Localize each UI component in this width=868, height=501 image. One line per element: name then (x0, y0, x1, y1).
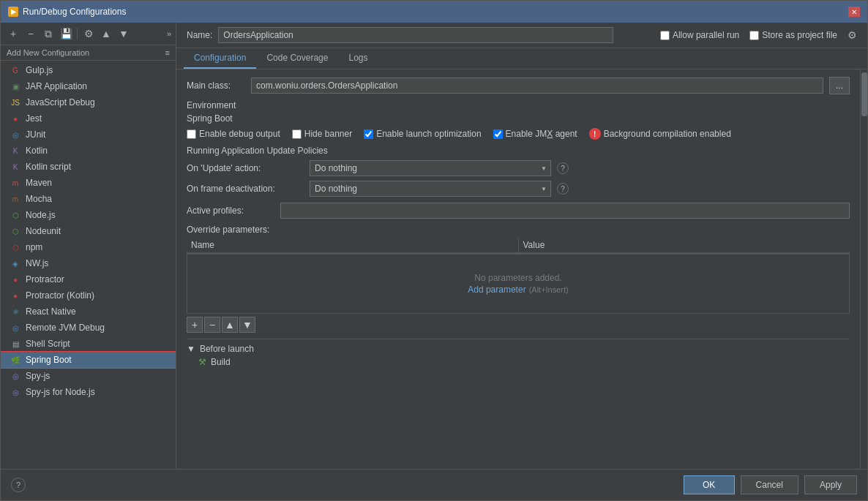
copy-config-btn[interactable]: ⧉ (40, 26, 56, 42)
toolbar-sep-1 (77, 28, 78, 39)
sidebar-item-nodejs[interactable]: ⬡ Node.js (1, 207, 176, 223)
sidebar-item-spring-boot[interactable]: 🌿 Spring Boot (1, 352, 176, 368)
params-down-btn[interactable]: ▼ (239, 317, 255, 333)
main-class-browse-btn[interactable]: ... (829, 77, 850, 94)
params-table: No parameters added. Add parameter (Alt+… (187, 254, 850, 314)
on-update-help-icon[interactable]: ? (557, 162, 569, 174)
enable-debug-checkbox[interactable] (187, 129, 196, 139)
sidebar-item-maven[interactable]: m Maven (1, 175, 176, 191)
params-remove-btn[interactable]: − (204, 317, 220, 333)
more-btn[interactable]: » (167, 29, 171, 38)
sidebar-item-protractor[interactable]: ● Protractor (1, 271, 176, 287)
sidebar-item-label: Spring Boot (26, 355, 72, 365)
before-launch-header[interactable]: ▼ Before launch (187, 344, 850, 354)
help-button[interactable]: ? (11, 478, 26, 492)
sidebar-item-nwjs[interactable]: ◈ NW.js (1, 255, 176, 271)
apply-button[interactable]: Apply (804, 475, 857, 494)
sidebar-item-spyjs[interactable]: ◎ Spy-js (1, 368, 176, 384)
warning-icon: ! (589, 128, 601, 140)
profiles-input[interactable] (280, 203, 850, 219)
bottom-left: ? (11, 478, 26, 492)
cancel-button[interactable]: Cancel (741, 475, 798, 494)
sidebar-item-label: Kotlin (26, 146, 48, 156)
save-config-btn[interactable]: 💾 (58, 26, 74, 42)
right-scrollbar[interactable] (860, 69, 867, 469)
sidebar-item-npm[interactable]: ⬡ npm (1, 239, 176, 255)
tab-logs[interactable]: Logs (338, 48, 378, 69)
sidebar-item-kotlin-script[interactable]: K Kotlin script (1, 159, 176, 175)
on-update-label: On 'Update' action: (187, 163, 304, 173)
sidebar-item-gulpjs[interactable]: G Gulp.js (1, 62, 176, 78)
npm-icon: ⬡ (10, 241, 21, 253)
protractor-icon: ● (10, 274, 21, 285)
remote-jvm-icon: ◎ (10, 322, 21, 334)
main-class-input[interactable] (251, 78, 823, 94)
close-button[interactable]: ✕ (848, 7, 860, 17)
sidebar-item-jest[interactable]: ● Jest (1, 110, 176, 127)
sidebar-item-junit[interactable]: ◎ JUnit (1, 127, 176, 143)
sidebar-item-shell[interactable]: ▤ Shell Script (1, 336, 176, 352)
sidebar-list: G Gulp.js ▣ JAR Application JS JavaScrip… (1, 61, 176, 469)
tab-code-coverage[interactable]: Code Coverage (256, 48, 338, 69)
params-toolbar: + − ▲ ▼ (187, 317, 850, 333)
enable-launch-checkbox[interactable] (364, 129, 373, 139)
sidebar-item-kotlin[interactable]: K Kotlin (1, 143, 176, 159)
sidebar-item-js-debug[interactable]: JS JavaScript Debug (1, 94, 176, 110)
params-name-header: Name (187, 238, 519, 253)
params-add-btn[interactable]: + (187, 317, 203, 333)
allow-parallel-row: Allow parallel run (660, 30, 739, 40)
params-up-btn[interactable]: ▲ (222, 317, 238, 333)
sidebar-item-remote-jvm[interactable]: ◎ Remote JVM Debug (1, 320, 176, 336)
sidebar-item-react-native[interactable]: ⚛ React Native (1, 304, 176, 320)
sidebar-item-label: Protractor (26, 274, 64, 285)
hide-banner-option: Hide banner (292, 129, 352, 139)
allow-parallel-checkbox[interactable] (660, 31, 670, 40)
sidebar-item-spyjs-nodejs[interactable]: ◎ Spy-js for Node.js (1, 384, 176, 400)
config-options-icon[interactable]: ≡ (165, 48, 170, 57)
gear-config-btn[interactable]: ⚙ (81, 26, 97, 42)
sidebar-item-label: Spy-js for Node.js (26, 387, 95, 397)
before-launch-build-label: Build (211, 357, 231, 367)
store-project-checkbox[interactable] (749, 31, 759, 40)
up-config-btn[interactable]: ▲ (98, 26, 114, 42)
add-param-link[interactable]: Add parameter (468, 285, 525, 295)
jar-icon: ▣ (10, 80, 21, 92)
remove-config-btn[interactable]: − (23, 26, 39, 42)
profiles-label: Active profiles: (187, 206, 274, 216)
sidebar-item-label: JAR Application (26, 81, 87, 91)
sidebar-item-protractor-kotlin[interactable]: ● Protractor (Kotlin) (1, 287, 176, 304)
enable-jmx-option: Enable JMX agent (493, 129, 577, 139)
sidebar-item-label: Maven (26, 178, 52, 188)
on-frame-label: On frame deactivation: (187, 184, 304, 194)
store-project-row: Store as project file (749, 30, 837, 40)
enable-jmx-checkbox[interactable] (493, 129, 503, 139)
main-content: + − ⧉ 💾 ⚙ ▲ ▼ » Add New Configuration ≡ … (1, 23, 867, 469)
on-update-select[interactable]: Do nothing Update resources Update class… (310, 160, 551, 176)
name-input[interactable] (218, 27, 613, 43)
add-config-btn[interactable]: + (5, 26, 21, 42)
spyjs-nodejs-icon: ◎ (10, 386, 21, 398)
update-policies-section: Running Application Update Policies On '… (187, 146, 850, 197)
sidebar-item-nodeunit[interactable]: ⬡ Nodeunit (1, 223, 176, 239)
title-bar-left: ▶ Run/Debug Configurations (8, 7, 126, 17)
nodeunit-icon: ⬡ (10, 225, 21, 237)
tab-configuration[interactable]: Configuration (184, 48, 256, 69)
down-config-btn[interactable]: ▼ (116, 26, 132, 42)
on-frame-select[interactable]: Do nothing Update resources Update class… (310, 181, 551, 197)
spyjs-icon: ◎ (10, 370, 21, 382)
allow-parallel-label: Allow parallel run (673, 30, 739, 40)
sidebar-item-jar[interactable]: ▣ JAR Application (1, 78, 176, 94)
settings-gear-icon[interactable]: ⚙ (848, 29, 857, 41)
hide-banner-checkbox[interactable] (292, 129, 302, 139)
on-frame-help-icon[interactable]: ? (557, 183, 569, 195)
kotlin-icon: K (10, 145, 21, 157)
config-area: Main class: ... Environment Spring Boot … (176, 69, 860, 469)
background-compilation-item: ! Background compilation enabled (589, 128, 731, 140)
sidebar-item-mocha[interactable]: m Mocha (1, 191, 176, 207)
before-launch-label: Before launch (200, 344, 254, 354)
nodejs-icon: ⬡ (10, 209, 21, 221)
ok-button[interactable]: OK (684, 475, 735, 494)
profiles-row: Active profiles: (187, 203, 850, 219)
add-param-hint: (Alt+Insert) (529, 285, 569, 294)
jsdebug-icon: JS (10, 97, 21, 108)
